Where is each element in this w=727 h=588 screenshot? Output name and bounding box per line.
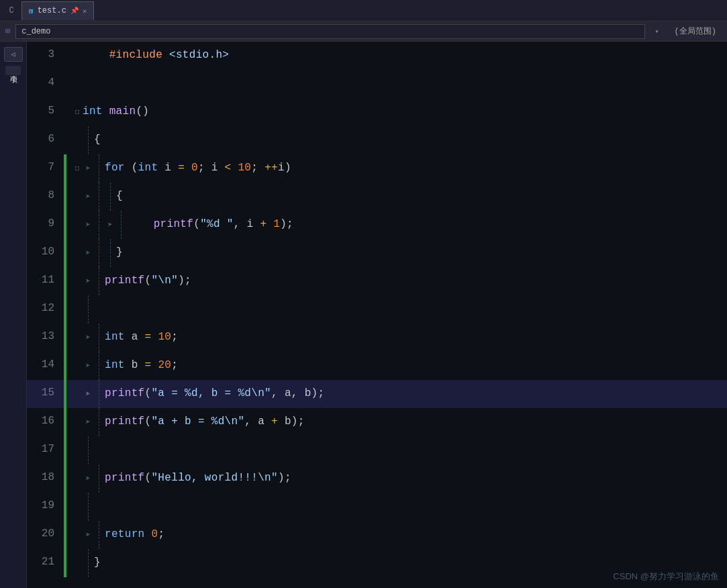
arrow-10: ➤ [83, 239, 93, 267]
gutter-19 [64, 493, 72, 521]
fold-5[interactable]: □ [72, 98, 83, 126]
gutter-12 [64, 295, 72, 324]
indent-guide-12 [88, 295, 89, 324]
fold-13 [72, 324, 83, 352]
line-num-4: 4 [27, 70, 64, 98]
side-label[interactable]: 个项 [5, 66, 21, 75]
gutter-20 [64, 521, 72, 549]
code-area: 3 #include <stdio.h> 4 5 □ int main() 6 … [27, 42, 727, 588]
line-13: 13 ➤ int a = 10; [27, 324, 727, 352]
line-num-5: 5 [27, 98, 64, 126]
line-num-14: 14 [27, 352, 64, 380]
scope-selector[interactable]: c_demo [15, 24, 644, 39]
indent-guide-14 [99, 352, 99, 380]
fold-7[interactable]: □ [72, 154, 83, 183]
code-7: for (int i = 0; i < 10; ++i) [105, 154, 727, 183]
editor-tab[interactable]: ⊞ test.c 📌 ✕ [21, 1, 94, 20]
line-num-7: 7 [27, 154, 64, 183]
code-19 [94, 493, 727, 521]
code-8: { [116, 183, 727, 211]
gutter-13 [64, 324, 72, 352]
toolbar: ⊞ c_demo ▾ (全局范围) [0, 21, 727, 42]
arrow-14: ➤ [83, 352, 93, 380]
fold-12 [72, 295, 83, 324]
line-3: 3 #include <stdio.h> [27, 42, 727, 70]
gutter-6 [64, 126, 72, 154]
gutter-18 [64, 464, 72, 493]
indent-guide-15 [99, 380, 99, 408]
green-bar-10 [64, 239, 66, 267]
indent-guide-13 [99, 324, 99, 352]
indent-guide-21 [88, 549, 89, 577]
green-bar-7 [64, 154, 66, 183]
code-13: int a = 10; [105, 324, 727, 352]
tab-icon: ⊞ [29, 7, 34, 15]
tab-pin: 📌 [70, 7, 79, 15]
side-btn-1[interactable]: ◁ [4, 47, 23, 62]
line-num-10: 10 [27, 239, 64, 267]
fold-17 [72, 436, 83, 464]
line-num-6: 6 [27, 126, 64, 154]
line-num-17: 17 [27, 436, 64, 464]
indent-guide-16 [99, 408, 99, 436]
arrow-7: ➤ [83, 154, 93, 183]
code-20: return 0; [105, 521, 727, 549]
green-bar-20 [64, 521, 66, 549]
line-10: 10 ➤ } [27, 239, 727, 267]
fold-6 [72, 126, 83, 154]
gutter-7 [64, 154, 72, 183]
arrow-13: ➤ [83, 324, 93, 352]
line-num-20: 20 [27, 521, 64, 549]
indent-guide-9a [99, 211, 99, 239]
fold-21 [72, 549, 83, 577]
indent-guide-8a [99, 183, 99, 211]
line-num-15: 15 [27, 380, 64, 408]
line-num-16: 16 [27, 408, 64, 436]
line-9: 9 ➤ ➤ printf("%d ", i + 1); [27, 211, 727, 239]
green-bar-18 [64, 464, 66, 493]
arrow-20: ➤ [83, 521, 93, 549]
green-bar-12 [64, 295, 66, 324]
line-12: 12 [27, 295, 727, 324]
editor-container: 3 #include <stdio.h> 4 5 □ int main() 6 … [27, 42, 727, 588]
fold-9 [72, 211, 83, 239]
gutter-10 [64, 239, 72, 267]
arrow-9b: ➤ [105, 211, 115, 239]
line-4: 4 [27, 70, 727, 98]
green-bar-8 [64, 183, 66, 211]
code-14: int b = 20; [105, 352, 727, 380]
fold-16 [72, 408, 83, 436]
fold-18 [72, 464, 83, 493]
fold-20 [72, 521, 83, 549]
indent-guide-20 [99, 521, 99, 549]
indent-guide-17 [88, 436, 89, 464]
fold-14 [72, 352, 83, 380]
code-9: printf("%d ", i + 1); [127, 211, 727, 239]
code-5: int main() [83, 98, 727, 126]
line-18: 18 ➤ printf("Hello, world!!!\n"); [27, 464, 727, 493]
line-8: 8 ➤ { [27, 183, 727, 211]
green-bar-9 [64, 211, 66, 239]
line-num-9: 9 [27, 211, 64, 239]
green-bar-11 [64, 267, 66, 295]
code-4 [83, 70, 727, 98]
line-num-18: 18 [27, 464, 64, 493]
line-num-19: 19 [27, 493, 64, 521]
code-17 [94, 436, 727, 464]
fold-11 [72, 267, 83, 295]
line-num-12: 12 [27, 295, 64, 324]
tab-filename: test.c [38, 6, 66, 15]
line-17: 17 [27, 436, 727, 464]
line-11: 11 ➤ printf("\n"); [27, 267, 727, 295]
tab-close-icon[interactable]: ✕ [83, 7, 87, 15]
fold-15 [72, 380, 83, 408]
green-bar-17 [64, 436, 66, 464]
code-12 [94, 295, 727, 324]
scope-dropdown[interactable]: ▾ [650, 28, 664, 36]
gutter-16 [64, 408, 72, 436]
code-18: printf("Hello, world!!!\n"); [105, 464, 727, 493]
scope-text: c_demo [21, 27, 50, 36]
arrow-16: ➤ [83, 408, 93, 436]
fold-3 [72, 42, 83, 70]
indent-guide-10b [110, 239, 111, 267]
